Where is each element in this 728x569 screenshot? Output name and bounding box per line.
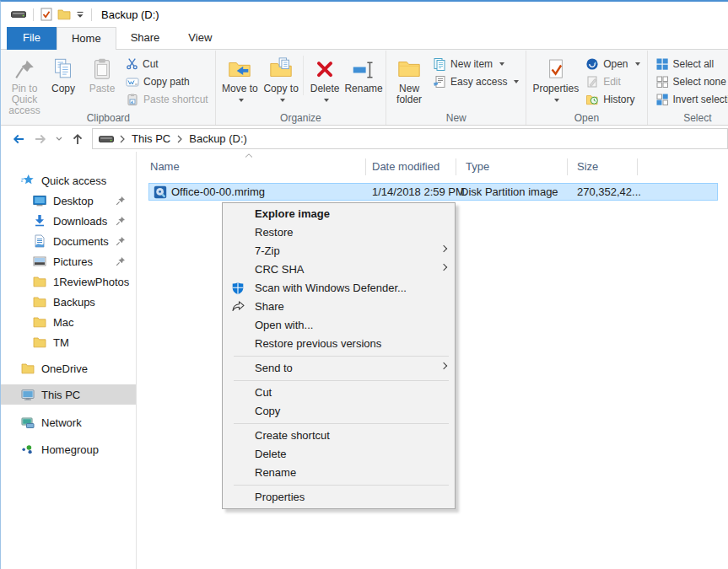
folder-icon: [33, 336, 46, 348]
back-button[interactable]: [8, 132, 30, 147]
menu-separator: [234, 356, 449, 357]
menu-item-create-shortcut[interactable]: Create shortcut: [223, 427, 455, 445]
menu-item-share[interactable]: Share: [223, 298, 455, 316]
cut-button[interactable]: Cut: [121, 55, 213, 72]
tab-home[interactable]: Home: [57, 27, 116, 50]
sidebar-item-pictures[interactable]: Pictures: [1, 251, 136, 271]
edit-icon: [585, 75, 599, 89]
open-button[interactable]: Open: [581, 55, 644, 72]
ribbon-group-organize: Move to Copy to Delete Rename: [216, 51, 386, 125]
sidebar-item-onedrive[interactable]: OneDrive: [1, 358, 136, 378]
qat-dropdown-icon[interactable]: [73, 9, 87, 20]
new-item-button[interactable]: New item: [429, 55, 523, 72]
sidebar-item-documents[interactable]: Documents: [1, 231, 136, 251]
breadcrumb-this-pc[interactable]: This PC: [131, 132, 171, 145]
select-none-button[interactable]: Select none: [651, 72, 728, 90]
menu-item-explore-image[interactable]: Explore image: [223, 205, 455, 223]
sidebar-item-quick-access[interactable]: Quick access: [1, 170, 136, 191]
file-row-selected[interactable]: Office-00-00.mrimg 1/14/2018 2:59 PM Dis…: [148, 183, 718, 201]
properties-button[interactable]: Properties: [530, 52, 581, 107]
invert-selection-button[interactable]: Invert selection: [651, 90, 728, 108]
paste-shortcut-icon: [126, 93, 139, 106]
rename-button[interactable]: Rename: [344, 52, 383, 96]
column-header-name[interactable]: Name: [150, 158, 365, 175]
up-button[interactable]: [67, 132, 89, 147]
column-header-size[interactable]: Size: [567, 158, 637, 175]
separator: [91, 8, 92, 21]
dropdown-caret: [280, 99, 285, 102]
dropdown-caret: [324, 99, 329, 102]
menu-item-copy[interactable]: Copy: [223, 402, 455, 421]
desktop-icon: [33, 194, 46, 207]
menu-item-crc-sha[interactable]: CRC SHA: [223, 260, 455, 279]
sidebar-item-mac[interactable]: Mac: [1, 312, 136, 332]
select-all-button[interactable]: Select all: [651, 55, 728, 72]
ribbon-group-clipboard: Pin to Quick access Copy Paste: [2, 51, 216, 125]
menu-item-delete[interactable]: Delete: [223, 445, 455, 464]
pin-icon[interactable]: [116, 236, 126, 246]
menu-item-open-with[interactable]: Open with...: [223, 316, 455, 335]
sidebar-item-desktop[interactable]: Desktop: [1, 191, 136, 211]
pin-icon[interactable]: [116, 216, 126, 226]
new-folder-icon[interactable]: [55, 7, 73, 22]
select-none-icon: [655, 75, 669, 89]
copy-to-icon: [267, 54, 294, 83]
copy-to-button[interactable]: Copy to: [261, 52, 301, 107]
easy-access-button[interactable]: Easy access: [429, 72, 523, 90]
pin-icon: [12, 54, 37, 83]
pin-icon[interactable]: [116, 256, 126, 266]
tab-file[interactable]: File: [7, 27, 57, 50]
menu-item-rename[interactable]: Rename: [223, 464, 455, 482]
menu-separator: [234, 380, 449, 381]
sidebar-item-1reviewphotos[interactable]: 1ReviewPhotos: [1, 271, 136, 292]
sidebar-item-this-pc[interactable]: This PC: [1, 384, 136, 405]
dropdown-caret: [554, 99, 559, 102]
paste-icon: [89, 54, 115, 83]
pictures-icon: [33, 255, 46, 268]
sidebar-item-tm[interactable]: TM: [1, 332, 136, 352]
copy-button[interactable]: Copy: [44, 52, 83, 96]
pin-to-quick-access-button[interactable]: Pin to Quick access: [5, 52, 44, 118]
recent-locations-dropdown[interactable]: [51, 137, 67, 142]
sidebar-item-network[interactable]: Network: [1, 412, 136, 432]
title-bar: Backup (D:): [1, 2, 728, 27]
forward-button[interactable]: [30, 132, 51, 147]
drive-icon[interactable]: [8, 8, 29, 21]
move-to-icon: [226, 54, 253, 83]
menu-separator: [234, 423, 449, 424]
share-icon: [231, 300, 245, 314]
breadcrumb[interactable]: This PC Backup (D:): [92, 128, 728, 149]
tab-share[interactable]: Share: [116, 27, 175, 50]
paste-shortcut-button[interactable]: Paste shortcut: [121, 90, 213, 108]
sidebar-item-downloads[interactable]: Downloads: [1, 211, 136, 231]
delete-icon: [313, 54, 337, 83]
menu-item-7zip[interactable]: 7-Zip: [223, 242, 455, 260]
sidebar-item-backups[interactable]: Backups: [1, 292, 136, 312]
dropdown-caret: [239, 99, 244, 102]
sidebar-item-homegroup[interactable]: Homegroup: [1, 439, 136, 459]
menu-item-restore-previous-versions[interactable]: Restore previous versions: [223, 335, 455, 353]
column-header-type[interactable]: Type: [456, 158, 567, 175]
menu-item-restore[interactable]: Restore: [223, 223, 455, 242]
history-icon: [585, 93, 599, 106]
ribbon-group-open: Properties Open Edit: [526, 51, 647, 125]
menu-item-scan-defender[interactable]: Scan with Windows Defender...: [223, 279, 455, 298]
rename-icon: [350, 54, 377, 83]
tab-view[interactable]: View: [174, 27, 226, 50]
edit-button[interactable]: Edit: [581, 72, 644, 90]
delete-button[interactable]: Delete: [305, 52, 344, 107]
menu-item-cut[interactable]: Cut: [223, 384, 455, 402]
copy-path-button[interactable]: Copy path: [121, 72, 213, 90]
navigation-pane: Quick access Desktop Downloads: [1, 152, 137, 569]
paste-button[interactable]: Paste: [83, 52, 121, 96]
pin-icon[interactable]: [116, 196, 126, 206]
breadcrumb-current[interactable]: Backup (D:): [188, 132, 248, 145]
menu-item-properties[interactable]: Properties: [223, 488, 455, 507]
new-folder-button[interactable]: New folder: [390, 52, 429, 107]
menu-item-send-to[interactable]: Send to: [223, 359, 455, 378]
move-to-button[interactable]: Move to: [219, 52, 261, 107]
history-button[interactable]: History: [581, 90, 644, 108]
invert-selection-icon: [655, 93, 669, 106]
column-header-date-modified[interactable]: Date modified: [365, 158, 456, 175]
properties-check-icon[interactable]: [38, 6, 55, 23]
